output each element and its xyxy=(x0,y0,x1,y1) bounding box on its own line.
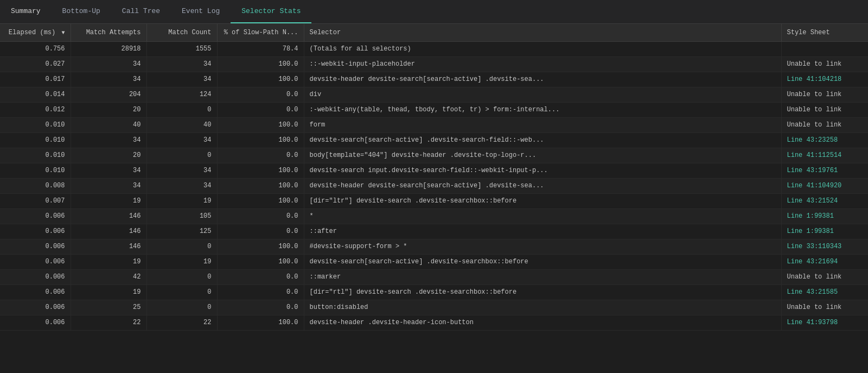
cell-elapsed: 0.006 xyxy=(0,239,71,254)
cell-attempts: 34 xyxy=(71,178,146,193)
sheet-link[interactable]: Line 41:93798 xyxy=(787,319,838,326)
col-label-attempts: Match Attempts xyxy=(86,29,141,36)
cell-count: 125 xyxy=(146,224,217,239)
cell-count: 19 xyxy=(146,254,217,269)
cell-selector: div xyxy=(304,87,781,102)
cell-slow: 0.0 xyxy=(217,269,304,285)
cell-selector: ::-webkit-input-placeholder xyxy=(304,56,781,72)
cell-attempts: 25 xyxy=(71,300,146,315)
cell-sheet: Unable to link xyxy=(781,56,868,72)
tab-call-tree[interactable]: Call Tree xyxy=(111,0,171,23)
sheet-link[interactable]: Line 33:110343 xyxy=(787,243,842,250)
cell-sheet: Line 43:23258 xyxy=(781,132,868,148)
cell-selector: devsite-header devsite-search[search-act… xyxy=(304,178,781,193)
cell-sheet: Line 41:112514 xyxy=(781,148,868,163)
cell-sheet: Line 41:104920 xyxy=(781,178,868,193)
cell-count: 124 xyxy=(146,87,217,102)
cell-attempts: 146 xyxy=(71,208,146,224)
cell-sheet: Line 41:104218 xyxy=(781,72,868,87)
cell-attempts: 28918 xyxy=(71,41,146,56)
table-row: 0.0061460100.0#devsite-support-form > *L… xyxy=(0,239,868,254)
cell-count: 105 xyxy=(146,208,217,224)
cell-slow: 0.0 xyxy=(217,224,304,239)
sheet-link[interactable]: Line 43:21694 xyxy=(787,258,838,265)
sheet-link[interactable]: Line 43:23258 xyxy=(787,136,838,144)
sheet-link[interactable]: Line 41:104920 xyxy=(787,182,842,189)
col-header-elapsed[interactable]: Elapsed (ms) ▼ xyxy=(0,24,71,41)
cell-count: 0 xyxy=(146,300,217,315)
cell-sheet: Line 1:99381 xyxy=(781,224,868,239)
cell-slow: 0.0 xyxy=(217,102,304,117)
cell-slow: 100.0 xyxy=(217,254,304,269)
table-row: 0.0062222100.0devsite-header .devsite-he… xyxy=(0,315,868,330)
cell-sheet: Line 43:21524 xyxy=(781,193,868,208)
selector-stats-table: Elapsed (ms) ▼ Match Attempts Match Coun… xyxy=(0,24,868,331)
tab-selector-stats[interactable]: Selector Stats xyxy=(231,0,311,23)
col-label-sheet: Style Sheet xyxy=(787,29,830,36)
cell-attempts: 19 xyxy=(71,285,146,300)
cell-slow: 0.0 xyxy=(217,208,304,224)
cell-sheet: Line 33:110343 xyxy=(781,239,868,254)
cell-count: 34 xyxy=(146,132,217,148)
table-row: 0.0064200.0::markerUnable to link xyxy=(0,269,868,285)
cell-elapsed: 0.006 xyxy=(0,315,71,330)
cell-attempts: 20 xyxy=(71,148,146,163)
cell-selector: #devsite-support-form > * xyxy=(304,239,781,254)
cell-count: 34 xyxy=(146,72,217,87)
col-header-count: Match Count xyxy=(146,24,217,41)
cell-sheet: Line 1:99381 xyxy=(781,208,868,224)
cell-attempts: 19 xyxy=(71,254,146,269)
cell-slow: 100.0 xyxy=(217,193,304,208)
sheet-link[interactable]: Line 41:112514 xyxy=(787,151,842,159)
tab-bottom-up[interactable]: Bottom-Up xyxy=(52,0,111,23)
tab-summary[interactable]: Summary xyxy=(0,0,52,23)
table-body: 0.75628918155578.4(Totals for all select… xyxy=(0,41,868,330)
cell-count: 19 xyxy=(146,193,217,208)
table-row: 0.0142041240.0divUnable to link xyxy=(0,87,868,102)
col-label-slow: % of Slow-Path N... xyxy=(224,29,298,36)
cell-sheet: Unable to link xyxy=(781,300,868,315)
col-label-elapsed: Elapsed (ms) xyxy=(9,29,55,36)
sheet-link[interactable]: Line 1:99381 xyxy=(787,227,834,235)
cell-count: 0 xyxy=(146,239,217,254)
cell-count: 34 xyxy=(146,163,217,178)
cell-count: 0 xyxy=(146,269,217,285)
cell-count: 34 xyxy=(146,56,217,72)
cell-elapsed: 0.756 xyxy=(0,41,71,56)
cell-selector: (Totals for all selectors) xyxy=(304,41,781,56)
sheet-link[interactable]: Line 43:21524 xyxy=(787,197,838,205)
cell-selector: [dir="rtl"] devsite-search .devsite-sear… xyxy=(304,285,781,300)
cell-attempts: 42 xyxy=(71,269,146,285)
table-row: 0.0103434100.0devsite-search input.devsi… xyxy=(0,163,868,178)
cell-elapsed: 0.014 xyxy=(0,87,71,102)
cell-slow: 100.0 xyxy=(217,315,304,330)
cell-sheet: Line 41:93798 xyxy=(781,315,868,330)
table-row: 0.0061919100.0devsite-search[search-acti… xyxy=(0,254,868,269)
cell-elapsed: 0.010 xyxy=(0,132,71,148)
cell-sheet: Line 43:21694 xyxy=(781,254,868,269)
cell-elapsed: 0.012 xyxy=(0,102,71,117)
table-row: 0.0062500.0button:disabledUnable to link xyxy=(0,300,868,315)
cell-attempts: 34 xyxy=(71,72,146,87)
sheet-link[interactable]: Line 43:19761 xyxy=(787,167,838,174)
cell-selector: devsite-search[search-active] .devsite-s… xyxy=(304,132,781,148)
cell-slow: 0.0 xyxy=(217,300,304,315)
cell-elapsed: 0.006 xyxy=(0,208,71,224)
data-table-container: Elapsed (ms) ▼ Match Attempts Match Coun… xyxy=(0,24,868,331)
cell-selector: :-webkit-any(table, thead, tbody, tfoot,… xyxy=(304,102,781,117)
cell-selector: devsite-header devsite-search[search-act… xyxy=(304,72,781,87)
cell-selector: [dir="ltr"] devsite-search .devsite-sear… xyxy=(304,193,781,208)
tab-event-log[interactable]: Event Log xyxy=(171,0,231,23)
cell-elapsed: 0.006 xyxy=(0,285,71,300)
cell-attempts: 22 xyxy=(71,315,146,330)
cell-sheet: Unable to link xyxy=(781,87,868,102)
sheet-link[interactable]: Line 41:104218 xyxy=(787,75,842,83)
cell-selector: body[template="404"] devsite-header .dev… xyxy=(304,148,781,163)
sheet-link[interactable]: Line 1:99381 xyxy=(787,212,834,220)
table-row: 0.75628918155578.4(Totals for all select… xyxy=(0,41,868,56)
cell-elapsed: 0.007 xyxy=(0,193,71,208)
cell-attempts: 146 xyxy=(71,239,146,254)
cell-count: 0 xyxy=(146,102,217,117)
cell-sheet: Unable to link xyxy=(781,269,868,285)
sheet-link[interactable]: Line 43:21585 xyxy=(787,288,838,296)
